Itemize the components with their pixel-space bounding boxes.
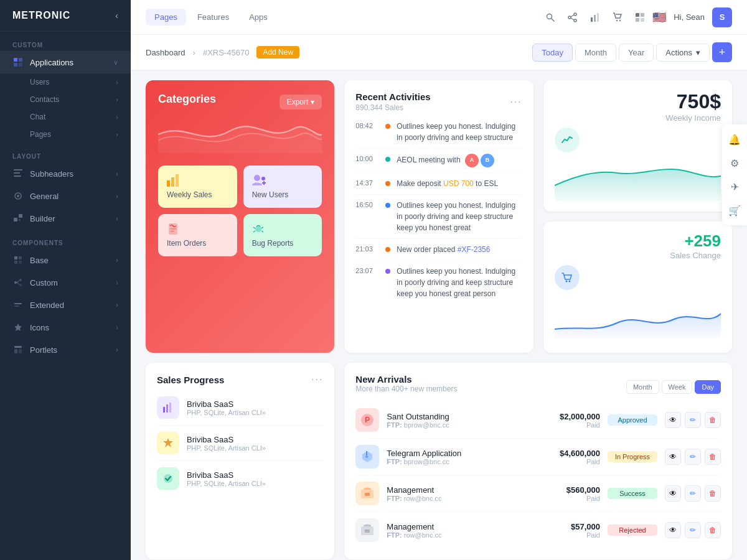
category-new-users[interactable]: New Users [243,166,322,208]
svg-rect-40 [641,13,644,17]
sidebar-item-extended[interactable]: Extended › [0,294,131,316]
right-shop-icon[interactable]: 🛒 [726,202,743,219]
arrival-edit-btn-1[interactable]: ✏ [685,412,701,428]
bug-icon [252,223,265,235]
sales-progress-menu-icon[interactable]: ··· [311,374,323,385]
svg-point-8 [17,195,19,197]
arrival-delete-btn-1[interactable]: 🗑 [705,412,721,428]
sidebar-item-portlets[interactable]: Portlets › [0,338,131,361]
arrival-view-btn-4[interactable]: 👁 [665,522,681,538]
arrival-delete-btn-2[interactable]: 🗑 [705,449,721,465]
weekly-income-label: Weekly Income [555,113,721,123]
categories-grid: Weekly Sales New Users Item Orders Bug R… [158,166,322,256]
arrival-amount-block-2: $4,600,000 Paid [538,449,600,465]
right-settings-icon[interactable]: ⚙ [726,154,743,172]
svg-rect-67 [365,493,370,496]
subheaders-arrow: › [116,170,118,177]
arrival-row-4: Management FTP: row@bnc.cc $57,000 Paid … [355,512,721,548]
activity-text-3: Make deposit USD 700 to ESL [397,178,498,189]
right-notification-icon[interactable]: 🔔 [726,131,743,148]
sidebar-item-applications[interactable]: Applications ∨ [0,51,131,73]
svg-point-37 [616,19,618,21]
search-icon-btn[interactable] [540,7,560,27]
activity-text-6: Outlines keep you honest. Indulging in p… [397,266,522,299]
svg-line-33 [571,15,574,17]
arrival-delete-btn-4[interactable]: 🗑 [705,522,721,538]
arrivals-week-btn[interactable]: Week [662,380,693,394]
sidebar-item-contacts[interactable]: Contacts › [30,91,131,108]
sidebar-item-subheaders[interactable]: Subheaders › [0,162,131,185]
cart-icon-btn[interactable] [608,7,627,27]
category-bug-reports[interactable]: Bug Reports [243,214,322,256]
right-send-icon[interactable]: ✈ [726,178,743,195]
period-year-btn[interactable]: Year [619,44,654,62]
sidebar-collapse-icon[interactable]: ‹ [115,11,118,21]
arrival-ftp-2: FTP: bprow@bnc.cc [387,458,530,465]
arrival-edit-btn-4[interactable]: ✏ [685,522,701,538]
period-today-btn[interactable]: Today [532,44,573,62]
sidebar-logo: METRONIC ‹ [0,0,131,32]
svg-line-32 [571,18,574,20]
add-new-button[interactable]: Add New [256,46,299,58]
share-icon-btn[interactable] [563,7,583,27]
arrival-edit-btn-2[interactable]: ✏ [685,449,701,465]
svg-point-17 [19,279,22,281]
actions-dropdown-btn[interactable]: Actions ▾ [656,44,710,62]
svg-point-47 [261,177,265,180]
export-chevron-icon: ▾ [311,98,314,106]
period-month-btn[interactable]: Month [575,44,616,62]
svg-rect-21 [14,303,22,304]
arrival-view-btn-1[interactable]: 👁 [665,412,681,428]
extended-icon [12,299,24,310]
arrival-view-btn-3[interactable]: 👁 [665,485,681,502]
weekly-income-amount: 750$ [555,90,721,113]
sidebar-item-builder[interactable]: Builder › [0,207,131,230]
arrivals-title: New Arrivals [355,374,621,385]
arrival-edit-btn-3[interactable]: ✏ [685,485,701,502]
sales-progress-title: Sales Progress [157,375,224,385]
page-header: Dashboard › #XRS-45670 Add New Today Mon… [131,35,747,70]
first-row-grid: Categories Export ▾ Weekly Sales [131,70,747,363]
export-button[interactable]: Export ▾ [280,95,322,110]
sales-progress-card: Sales Progress ··· Briviba SaaS PHP, SQL… [146,363,334,559]
sales-item-2: Briviba SaaS PHP, SQLite, Artisan CLI» [157,426,323,461]
sidebar-item-base[interactable]: Base › [0,249,131,271]
sidebar-item-chat[interactable]: Chat › [30,108,131,126]
category-item-orders[interactable]: Item Orders [158,214,237,256]
weekly-income-card: 750$ Weekly Income [543,80,732,212]
category-weekly-sales[interactable]: Weekly Sales [158,166,237,208]
sales-change-amount: +259 [555,231,721,251]
user-avatar[interactable]: S [712,7,732,27]
sidebar-item-general[interactable]: General › [0,185,131,207]
export-label: Export [287,98,309,106]
tab-features[interactable]: Features [189,9,238,26]
add-widget-btn[interactable]: + [712,42,732,62]
sidebar-item-users[interactable]: Users › [30,73,131,91]
sidebar-item-pages[interactable]: Pages › [30,126,131,143]
activities-menu-icon[interactable]: ··· [510,96,522,108]
arrivals-month-btn[interactable]: Month [626,380,659,394]
arrival-info-4: Management FTP: row@bnc.cc [387,522,530,539]
arrival-amount-block-4: $57,000 Paid [538,522,600,539]
sales-name-2: Briviba SaaS [187,435,266,444]
svg-rect-2 [14,63,17,67]
users-add-icon [252,174,266,187]
sidebar-item-custom[interactable]: Custom › [0,271,131,294]
tab-apps[interactable]: Apps [240,9,276,26]
svg-rect-36 [597,13,599,22]
tab-pages[interactable]: Pages [146,9,186,26]
svg-text:P: P [365,416,370,424]
grid-icon-btn[interactable] [630,7,650,27]
chart-icon-btn[interactable] [585,7,605,27]
arrival-actions-1: 👁 ✏ 🗑 [665,412,721,428]
activity-text-5: New order placed #XF-2356 [397,244,490,255]
sales-info-2: Briviba SaaS PHP, SQLite, Artisan CLI» [187,435,266,452]
arrival-view-btn-2[interactable]: 👁 [665,449,681,465]
weekly-income-icon-circle [555,128,580,152]
arrival-delete-btn-3[interactable]: 🗑 [705,485,721,502]
arrival-logo-3 [355,482,379,505]
sidebar-item-icons[interactable]: Icons › [0,316,131,338]
period-controls: Today Month Year Actions ▾ + [532,42,732,62]
chat-arrow: › [116,113,118,121]
arrivals-day-btn[interactable]: Day [695,380,721,394]
